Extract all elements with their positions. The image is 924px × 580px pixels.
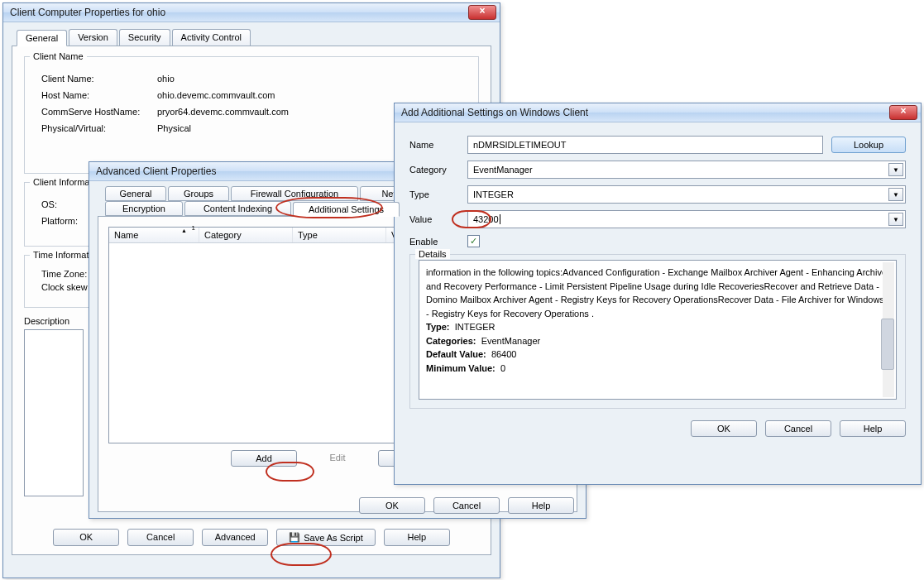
category-label: Category <box>409 165 467 175</box>
group-client-info-legend: Client Informat <box>30 177 96 187</box>
sort-arrow-icon: ▲ <box>181 228 187 233</box>
value-input[interactable]: 43200▼ <box>467 210 906 228</box>
caret-icon <box>500 214 500 224</box>
cancel-button[interactable]: Cancel <box>127 529 194 546</box>
client-name-label: Client Name: <box>41 74 157 84</box>
tab-security[interactable]: Security <box>119 29 170 46</box>
advanced-button[interactable]: Advanced <box>202 529 268 546</box>
host-name-label: Host Name: <box>41 90 157 100</box>
floppy-icon: 💾 <box>289 532 300 543</box>
name-input[interactable]: nDMRSIDLETIMEOUT <box>467 136 823 154</box>
main-titlebar: Client Computer Properties for ohio × <box>3 3 500 22</box>
ok-button[interactable]: OK <box>53 529 119 546</box>
close-icon[interactable]: × <box>468 5 496 20</box>
col-name[interactable]: Name1▲ <box>109 228 199 242</box>
chevron-down-icon: ▼ <box>888 188 903 201</box>
add-help-button[interactable]: Help <box>840 420 906 437</box>
main-tabs: General Version Security Activity Contro… <box>17 29 491 46</box>
value-label: Value <box>409 214 467 224</box>
type-label: Type <box>409 189 467 199</box>
adv-ok-button[interactable]: OK <box>359 497 425 514</box>
adv-cancel-button[interactable]: Cancel <box>433 497 500 514</box>
group-details: Details information in the following top… <box>409 254 906 409</box>
advtab-additional-settings[interactable]: Additional Settings <box>293 202 400 217</box>
group-time-legend: Time Informati <box>30 250 94 260</box>
lookup-button[interactable]: Lookup <box>831 137 906 153</box>
details-box[interactable]: information in the following topics:Adva… <box>419 260 897 400</box>
commserve-label: CommServe HostName: <box>41 107 157 117</box>
details-text: information in the following topics:Adva… <box>426 266 889 320</box>
chevron-down-icon: ▼ <box>888 163 903 176</box>
main-title: Client Computer Properties for ohio <box>10 7 468 18</box>
type-select[interactable]: INTEGER▼ <box>467 185 906 204</box>
add-titlebar: Add Additional Settings on Windows Clien… <box>395 103 921 122</box>
col-type[interactable]: Type <box>293 228 386 242</box>
col-category[interactable]: Category <box>199 228 293 242</box>
close-icon[interactable]: × <box>889 105 917 120</box>
client-name-value: ohio <box>157 74 470 84</box>
details-legend: Details <box>415 249 450 259</box>
advtab-encryption[interactable]: Encryption <box>105 201 183 216</box>
scrollbar-thumb[interactable] <box>881 319 894 370</box>
enable-label: Enable <box>409 237 467 247</box>
add-cancel-button[interactable]: Cancel <box>765 420 831 437</box>
help-button[interactable]: Help <box>384 529 450 546</box>
add-settings-dialog: Add Additional Settings on Windows Clien… <box>394 103 922 485</box>
sort-indicator: 1 <box>192 224 195 232</box>
add-button[interactable]: Add <box>231 450 297 467</box>
edit-button: Edit <box>305 450 370 467</box>
host-name-value: ohio.devemc.commvault.com <box>157 90 470 100</box>
tab-general[interactable]: General <box>17 30 67 46</box>
group-client-name-legend: Client Name <box>30 51 87 61</box>
add-ok-button[interactable]: OK <box>691 420 757 437</box>
adv-help-button[interactable]: Help <box>508 497 574 514</box>
tab-version[interactable]: Version <box>69 29 117 46</box>
description-textarea[interactable] <box>24 329 84 496</box>
enable-checkbox[interactable] <box>467 235 480 247</box>
advtab-firewall[interactable]: Firewall Configuration <box>231 186 358 201</box>
tab-activity[interactable]: Activity Control <box>172 29 251 46</box>
chevron-down-icon: ▼ <box>888 213 903 226</box>
category-select[interactable]: EventManager▼ <box>467 161 906 179</box>
add-title: Add Additional Settings on Windows Clien… <box>401 107 889 118</box>
advtab-general[interactable]: General <box>105 186 166 201</box>
advtab-groups[interactable]: Groups <box>168 186 229 201</box>
advtab-content-indexing[interactable]: Content Indexing <box>184 201 291 216</box>
save-as-script-button[interactable]: 💾 Save As Script <box>276 529 376 546</box>
name-label: Name <box>409 140 467 150</box>
physvirt-label: Physical/Virtual: <box>41 123 157 133</box>
